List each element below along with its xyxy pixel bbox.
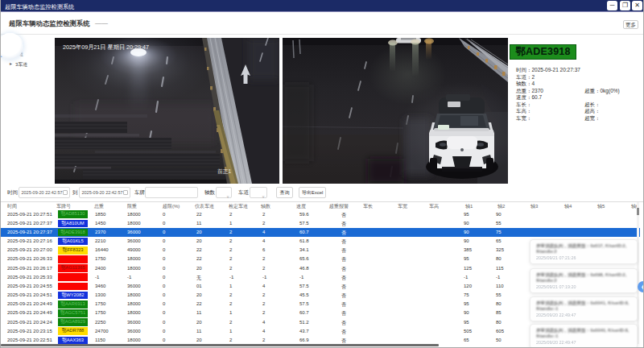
svg-text:2025年09月21日 星期日 20:29:47: 2025年09月21日 星期日 20:29:47 [63,44,149,51]
svg-text:前正1: 前正1 [217,168,232,174]
